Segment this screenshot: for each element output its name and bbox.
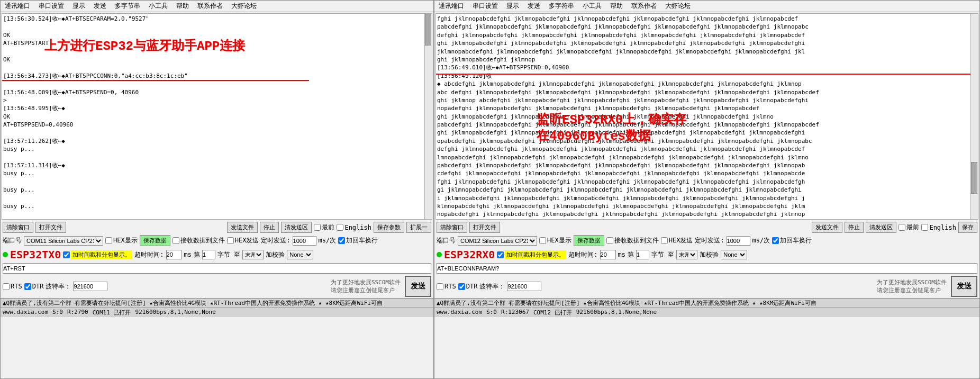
right-dtr-label[interactable]: DTR: [458, 283, 478, 290]
left-timeout-value[interactable]: [166, 250, 182, 259]
left-dtr-chk[interactable]: [24, 283, 31, 290]
menu-serial-settings-right[interactable]: 串口设置: [470, 2, 500, 11]
left-clear-btn[interactable]: 清除窗口: [3, 222, 33, 233]
menu-forum-left[interactable]: 大虾论坛: [229, 2, 259, 11]
menu-contact-left[interactable]: 联系作者: [195, 2, 225, 11]
menu-contact-right[interactable]: 联系作者: [629, 2, 659, 11]
menu-comm-port-left[interactable]: 通讯端口: [3, 2, 32, 11]
right-send-file-btn[interactable]: 发送文件: [812, 222, 842, 233]
left-toolbar-row1: 清除窗口 打开文件 发送文件 停止 清发送区 最前 English 保存参数 扩…: [1, 221, 433, 234]
right-hex-display-label[interactable]: HEX显示: [539, 236, 571, 245]
left-end-select[interactable]: 末尾: [242, 250, 264, 259]
left-baud-label: 波特率：: [46, 282, 71, 291]
right-recv-file-label[interactable]: 接收数据到文件: [606, 236, 659, 245]
right-dtr-chk[interactable]: [458, 283, 465, 290]
menu-tools-left[interactable]: 小工具: [147, 2, 170, 11]
right-save-data-btn[interactable]: 保存数据: [574, 235, 604, 246]
left-timestamp-label[interactable]: 加时间戳和分包显示。: [63, 250, 132, 259]
right-rts-chk[interactable]: [437, 283, 443, 290]
left-latest-chk-label[interactable]: 最前: [314, 223, 334, 232]
left-hex-display-chk[interactable]: [105, 237, 112, 244]
right-newline-chk[interactable]: [772, 237, 779, 244]
menu-display-left[interactable]: 显示: [70, 2, 87, 11]
menu-help-left[interactable]: 帮助: [174, 2, 191, 11]
left-stop-btn[interactable]: 停止: [260, 222, 279, 233]
right-promo-status: ▲Q群满员了,没有第二个群 有需要请在虾坛提问[注册] ★合宙高性价比4G模块 …: [437, 299, 816, 307]
right-clear-send-btn[interactable]: 清发送区: [866, 222, 896, 233]
left-byte-label: 第: [194, 250, 200, 259]
left-expand-btn[interactable]: 扩展一: [406, 222, 431, 233]
menu-forum-right[interactable]: 大虾论坛: [663, 2, 693, 11]
left-scrollbar[interactable]: [424, 14, 432, 219]
right-english-chk-label[interactable]: English: [921, 224, 956, 231]
right-english-chk[interactable]: [921, 224, 928, 231]
left-save-param-btn[interactable]: 保存参数: [374, 222, 404, 233]
right-hex-send-chk[interactable]: [661, 237, 668, 244]
right-timed-value[interactable]: [727, 236, 750, 246]
right-config-row2: ESP32RX0 加时间戳和分包显示。 超时时间: ms 第 字节 至 末尾 加…: [434, 247, 979, 262]
left-latest-chk[interactable]: [314, 224, 321, 231]
right-stop-btn[interactable]: 停止: [845, 222, 864, 233]
right-save-param-btn[interactable]: 保存: [958, 222, 977, 233]
left-open-file-btn[interactable]: 打开文件: [35, 222, 66, 233]
left-dtr-label[interactable]: DTR: [24, 283, 44, 290]
left-checksum-select[interactable]: None: [287, 250, 313, 259]
left-timestamp-chk[interactable]: [63, 251, 70, 258]
left-english-chk[interactable]: [337, 224, 343, 231]
left-hex-display-label[interactable]: HEX显示: [105, 236, 138, 245]
right-newline-label[interactable]: 加回车换行: [772, 236, 812, 245]
left-baud-value[interactable]: [73, 282, 107, 291]
right-scrollbar[interactable]: [970, 14, 978, 219]
right-clear-btn[interactable]: 清除窗口: [437, 222, 467, 233]
right-latest-chk-label[interactable]: 最前: [899, 223, 919, 232]
right-toolbar-row1: 清除窗口 打开文件 发送文件 停止 清发送区 最前 English 保存: [434, 221, 979, 234]
left-s-count: S:0: [52, 309, 63, 317]
left-english-chk-label[interactable]: English: [337, 224, 371, 231]
left-recv-file-label[interactable]: 接收数据到文件: [173, 236, 225, 245]
menu-multi-byte-right[interactable]: 多字符串: [547, 2, 576, 11]
left-byte-value[interactable]: [202, 250, 215, 259]
right-timeout-value[interactable]: [600, 250, 616, 259]
left-hex-send-label[interactable]: HEX发送: [227, 236, 259, 245]
left-newline-chk[interactable]: [338, 237, 345, 244]
left-send-btn[interactable]: 发送: [405, 276, 431, 297]
right-recv-file-chk[interactable]: [606, 237, 613, 244]
right-hex-display-chk[interactable]: [539, 237, 546, 244]
menu-display-right[interactable]: 显示: [504, 2, 521, 11]
right-latest-chk[interactable]: [899, 224, 905, 231]
left-recv-file-chk[interactable]: [173, 237, 179, 244]
right-config-row4: RTS DTR 波特率： 为了更好地发展SSCOM软件请您注册嘉立创链尾客户 发…: [434, 275, 979, 298]
right-hex-send-label[interactable]: HEX发送: [661, 236, 693, 245]
left-rts-chk[interactable]: [3, 283, 10, 290]
menu-send-right[interactable]: 发送: [525, 2, 542, 11]
right-log-text-top: fghi jklmnopabcdefghi jklmnopabcdefghi j…: [437, 15, 977, 72]
left-send-file-btn[interactable]: 发送文件: [227, 222, 258, 233]
right-timestamp-label[interactable]: 加时间戳和分包显示。: [497, 250, 566, 259]
left-newline-label[interactable]: 加回车换行: [338, 236, 378, 245]
right-baud-value[interactable]: [507, 282, 541, 291]
left-rts-label[interactable]: RTS: [3, 283, 22, 290]
right-send-btn[interactable]: 发送: [951, 276, 977, 297]
right-send-input[interactable]: [437, 263, 977, 274]
right-log-area: fghi jklmnopabcdefghi jklmnopabcdefghi j…: [435, 13, 978, 220]
left-port-select[interactable]: COM11 Silicon Labs CP210x: [24, 236, 103, 246]
right-checksum-select[interactable]: None: [721, 250, 747, 259]
menu-serial-settings-left[interactable]: 串口设置: [37, 2, 66, 11]
left-send-input[interactable]: [3, 263, 431, 274]
left-status-bar: ▲Q群满员了,没有第二个群 有需要请在虾坛提问[注册] ★合宙高性价比4G模块 …: [1, 298, 433, 308]
menu-help-right[interactable]: 帮助: [608, 2, 625, 11]
right-rts-label[interactable]: RTS: [437, 283, 456, 290]
right-port-select[interactable]: COM12 Silicon Labs CP210x: [458, 236, 537, 246]
menu-send-left[interactable]: 发送: [92, 2, 108, 11]
left-timed-value[interactable]: [293, 236, 316, 246]
left-hex-send-chk[interactable]: [227, 237, 234, 244]
right-timestamp-chk[interactable]: [497, 251, 504, 258]
left-clear-send-btn[interactable]: 清发送区: [281, 222, 312, 233]
left-save-data-btn[interactable]: 保存数据: [140, 235, 170, 246]
menu-multi-byte-left[interactable]: 多字节串: [113, 2, 142, 11]
right-end-select[interactable]: 末尾: [676, 250, 697, 259]
right-byte-value[interactable]: [636, 250, 649, 259]
right-open-file-btn[interactable]: 打开文件: [469, 222, 500, 233]
menu-tools-right[interactable]: 小工具: [580, 2, 604, 11]
menu-comm-port-right[interactable]: 通讯端口: [437, 2, 466, 11]
